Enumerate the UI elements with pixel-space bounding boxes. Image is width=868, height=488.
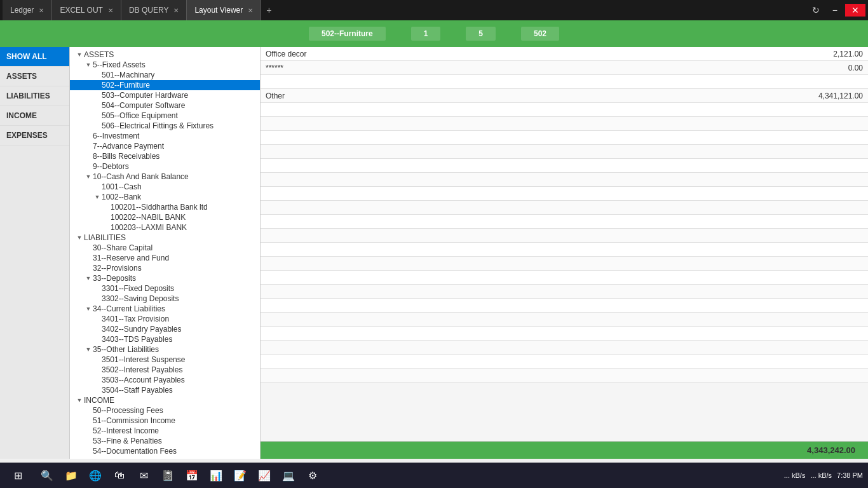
close-button[interactable]: ✕: [845, 4, 865, 17]
tree-item[interactable]: 30--Share Capital: [70, 243, 260, 253]
tree-item[interactable]: 3302--Saving Deposits: [70, 294, 260, 304]
tree-item[interactable]: ▼ 5--Fixed Assets: [70, 60, 260, 70]
tree-item[interactable]: 100202--NABIL BANK: [70, 212, 260, 222]
tree-item-label: 32--Provisions: [93, 264, 260, 273]
row-name: Other: [261, 90, 792, 102]
tree-item-label: 5--Fixed Assets: [93, 60, 260, 69]
row-name: [261, 262, 792, 265]
tree-item[interactable]: 32--Provisions: [70, 263, 260, 273]
tree-item[interactable]: ▼ ASSETS: [70, 50, 260, 60]
table-row: [261, 341, 868, 355]
tree-item-label: 52--Interest Income: [93, 426, 260, 435]
tree-item[interactable]: 3503--Account Payables: [70, 375, 260, 385]
tree-item[interactable]: 7--Advance Payment: [70, 141, 260, 151]
tree-item[interactable]: 505--Office Equipment: [70, 111, 260, 121]
tree-item[interactable]: ▼ 10--Cash And Bank Balance: [70, 172, 260, 182]
tree-item[interactable]: 503--Computer Hardware: [70, 90, 260, 100]
row-name: [261, 81, 792, 83]
tree-item[interactable]: 100203--LAXMI BANK: [70, 222, 260, 233]
content-area: SHOW ALL ASSETS LIABILITIES INCOME EXPEN…: [0, 47, 868, 459]
row-name: [261, 193, 792, 195]
tree-item[interactable]: 51--Commission Income: [70, 416, 260, 426]
table-row: [261, 327, 868, 341]
title-bar: Ledger ✕ EXCEL OUT ✕ DB QUERY ✕ Layout V…: [0, 0, 868, 20]
tab-ledger[interactable]: Ledger ✕: [3, 0, 52, 20]
tree-item[interactable]: 3501--Interest Suspense: [70, 355, 260, 365]
tree-item[interactable]: 501--Machinary: [70, 70, 260, 80]
tree-item[interactable]: 31--Reserve and Fund: [70, 253, 260, 263]
tab-db-query[interactable]: DB QUERY ✕: [121, 0, 187, 20]
row-value: [792, 248, 868, 251]
tree-item[interactable]: 3402--Sundry Payables: [70, 324, 260, 334]
tree-item[interactable]: 8--Bills Receivables: [70, 151, 260, 161]
nav-assets[interactable]: ASSETS: [0, 67, 69, 86]
nav-show-all[interactable]: SHOW ALL: [0, 47, 69, 67]
tree-item-label: 7--Advance Payment: [93, 142, 260, 151]
tree-expander: ▼: [84, 62, 93, 68]
header-col1: 1: [411, 27, 441, 41]
tree-item[interactable]: ▼ LIABILITIES: [70, 233, 260, 243]
nav-expenses[interactable]: EXPENSES: [0, 126, 69, 146]
tab-ledger-close[interactable]: ✕: [39, 7, 44, 14]
tree-item[interactable]: 52--Interest Income: [70, 426, 260, 436]
tree-item-label: 31--Reserve and Fund: [93, 254, 260, 262]
tab-layout-viewer-close[interactable]: ✕: [248, 7, 253, 14]
tree-item[interactable]: 3502--Interest Payables: [70, 365, 260, 375]
table-row: [261, 159, 868, 173]
nav-liabilities[interactable]: LIABILITIES: [0, 86, 69, 106]
row-value: [792, 109, 868, 111]
tab-db-query-close[interactable]: ✕: [173, 7, 179, 14]
tree-item-label: 100201--Siddhartha Bank ltd: [111, 203, 260, 212]
tab-excel-out[interactable]: EXCEL OUT ✕: [52, 0, 121, 20]
tree-expander: ▼: [93, 194, 102, 200]
row-value: [792, 276, 868, 279]
tree-item[interactable]: 6--Investment: [70, 131, 260, 141]
row-name: [261, 360, 792, 363]
tree-item[interactable]: 3401--Tax Provision: [70, 314, 260, 324]
tree-item[interactable]: 3403--TDS Payables: [70, 334, 260, 344]
tree-item[interactable]: 3504--Staff Payables: [70, 385, 260, 395]
tree-item-label: 3504--Staff Payables: [102, 386, 260, 395]
tree-item[interactable]: 54--Documentation Fees: [70, 446, 260, 456]
table-row: [261, 215, 868, 229]
nav-income[interactable]: INCOME: [0, 106, 69, 126]
tab-excel-out-close[interactable]: ✕: [108, 7, 113, 14]
header-bar: 502--Furniture 1 5 502: [0, 20, 868, 47]
data-table[interactable]: Office decor 2,121.00 ****** 0.00 Other …: [261, 47, 868, 441]
row-name: [261, 179, 792, 181]
new-tab-button[interactable]: +: [261, 3, 276, 18]
tree-item[interactable]: 506--Electrical Fittings & Fixtures: [70, 121, 260, 131]
tab-layout-viewer[interactable]: Layout Viewer ✕: [187, 0, 261, 20]
tree-item[interactable]: 50--Processing Fees: [70, 405, 260, 416]
tree-item[interactable]: ▼ 34--Current Liabilities: [70, 304, 260, 314]
tree-item[interactable]: ▼ 35--Other Liabilities: [70, 344, 260, 355]
tree-item-label: 3501--Interest Suspense: [102, 355, 260, 364]
row-name: [261, 137, 792, 139]
tree-item[interactable]: 9--Debtors: [70, 161, 260, 172]
tree-item-label: 504--Computer Software: [102, 101, 260, 110]
tree-item-label: 51--Commission Income: [93, 416, 260, 425]
tree-item[interactable]: 504--Computer Software: [70, 100, 260, 111]
tree-item[interactable]: ▼ INCOME: [70, 395, 260, 405]
tree-item[interactable]: 1001--Cash: [70, 182, 260, 192]
tree-item-label: 501--Machinary: [102, 71, 260, 79]
table-row: Other 4,341,121.00: [261, 89, 868, 103]
table-row: [261, 369, 868, 383]
row-name: Office decor: [261, 48, 792, 60]
tree-panel[interactable]: ▼ ASSETS ▼ 5--Fixed Assets 501--Machinar…: [70, 47, 261, 459]
tree-scroll-wrapper: ▼ ASSETS ▼ 5--Fixed Assets 501--Machinar…: [70, 47, 260, 459]
row-value: [792, 137, 868, 139]
tree-item-label: 502--Furniture: [102, 81, 260, 90]
tree-item-label: 10--Cash And Bank Balance: [93, 172, 260, 181]
tree-item[interactable]: 502--Furniture: [70, 80, 260, 90]
tree-item[interactable]: 100201--Siddhartha Bank ltd: [70, 202, 260, 212]
minimize-button[interactable]: −: [827, 4, 843, 17]
refresh-button[interactable]: ↻: [807, 4, 825, 17]
tree-item[interactable]: ▼ 1002--Bank: [70, 192, 260, 202]
row-value: 2,121.00: [792, 48, 868, 60]
row-value: [792, 165, 868, 167]
tree-item[interactable]: 53--Fine & Penalties: [70, 436, 260, 446]
tree-item[interactable]: ▼ 33--Deposits: [70, 273, 260, 283]
tree-item[interactable]: 3301--Fixed Deposits: [70, 283, 260, 294]
tree-item-label: 3403--TDS Payables: [102, 335, 260, 344]
